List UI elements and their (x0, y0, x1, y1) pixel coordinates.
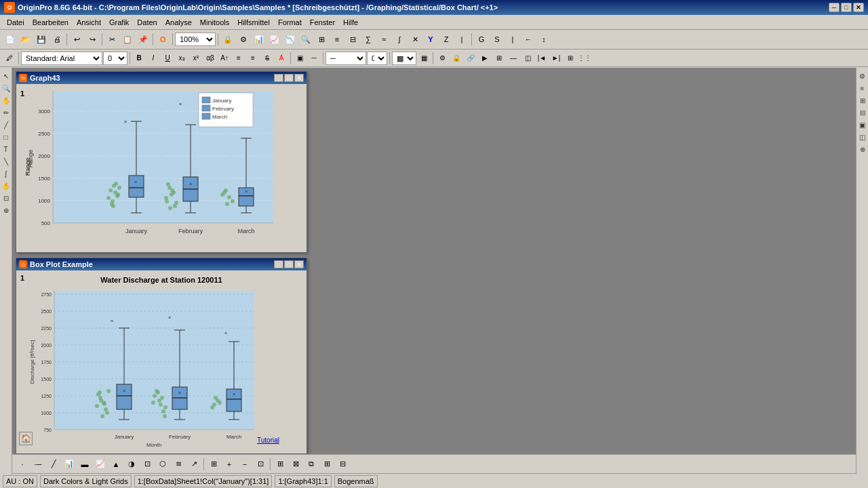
align-left[interactable]: ≡ (232, 52, 245, 65)
bt-zoom-in[interactable]: + (222, 457, 237, 472)
right-tool-6[interactable]: ◫ (857, 131, 868, 142)
font-size-dropdown[interactable]: 0 8 10 12 (103, 52, 127, 65)
subscript-button[interactable]: x₂ (175, 52, 189, 65)
tb-btn-z[interactable]: Z (439, 32, 454, 47)
next-btn[interactable]: ►| (549, 52, 563, 65)
tb-btn-8[interactable]: ≡ (330, 32, 344, 47)
bt-line-bar[interactable]: 📈 (93, 457, 108, 472)
bt-arrange[interactable]: ⊞ (273, 457, 288, 472)
tool-formula[interactable]: ∫ (1, 168, 12, 179)
underline-button[interactable]: U (161, 52, 174, 65)
tb-btn-9[interactable]: ⊟ (345, 32, 360, 47)
menu-hilfe[interactable]: Hilfe (339, 17, 362, 28)
tool-picker[interactable]: ✋ (1, 180, 12, 191)
fill-pattern-dropdown[interactable]: ▩ (392, 52, 416, 65)
tb-btn-13[interactable]: ✕ (408, 32, 422, 47)
tool-pan[interactable]: ✋ (1, 95, 12, 106)
font-size-up[interactable]: A↑ (218, 52, 231, 65)
bt-contour[interactable]: ≋ (171, 457, 186, 472)
bt-scatter[interactable]: ⊡ (140, 457, 155, 472)
graph43-minimize[interactable]: _ (274, 74, 283, 82)
tb-btn-15[interactable]: G (474, 32, 489, 47)
strikethrough[interactable]: S̶ (260, 52, 274, 65)
close-button[interactable]: ✕ (853, 3, 864, 12)
origin-button[interactable]: O (155, 32, 170, 47)
arrange-btn[interactable]: ⊞ (564, 52, 577, 65)
font-name-dropdown[interactable]: Standard: Arial (21, 52, 102, 65)
link-btn[interactable]: 🔗 (464, 52, 477, 65)
graph43-close[interactable]: ✕ (294, 74, 304, 82)
tb-btn-4[interactable]: 📈 (267, 32, 282, 47)
menu-datei[interactable]: Datei (3, 17, 28, 28)
bt-tile[interactable]: ⊠ (288, 457, 303, 472)
tool-annotate[interactable]: ╲ (1, 156, 12, 167)
save-button[interactable]: 💾 (34, 32, 49, 47)
minimize-button[interactable]: ─ (829, 3, 840, 12)
bt-extra1[interactable]: ⊟ (335, 457, 350, 472)
tb-btn-7[interactable]: ⊞ (314, 32, 329, 47)
tb-btn-6[interactable]: 🔍 (298, 32, 313, 47)
tool-shape[interactable]: □ (1, 131, 12, 142)
tb-btn-3[interactable]: 📊 (252, 32, 267, 47)
menu-bearbeiten[interactable]: Bearbeiten (28, 17, 73, 28)
superscript-button[interactable]: x² (189, 52, 203, 65)
tb-btn-17[interactable]: | (505, 32, 520, 47)
bt-btn-3[interactable]: ╱ (46, 457, 61, 472)
menu-fenster[interactable]: Fenster (306, 17, 339, 28)
tb-btn-5[interactable]: 📉 (283, 32, 298, 47)
right-tool-2[interactable]: ≡ (857, 83, 868, 94)
tb-btn-14[interactable]: | (454, 32, 469, 47)
bt-multi-bar[interactable]: ▬ (77, 457, 92, 472)
line-color[interactable]: ─ (307, 52, 321, 65)
boxplot-maximize[interactable]: □ (284, 260, 294, 268)
right-tool-5[interactable]: ▣ (857, 119, 868, 130)
zoom-dropdown[interactable]: 100% 75% 150% (175, 33, 216, 46)
bt-pie[interactable]: ◑ (124, 457, 139, 472)
redo-button[interactable]: ↪ (85, 32, 100, 47)
bt-zoom-out[interactable]: − (237, 457, 252, 472)
bt-btn-1[interactable]: · (15, 457, 30, 472)
align-center[interactable]: ≡ (246, 52, 260, 65)
right-tool-4[interactable]: ⊟ (857, 107, 868, 118)
layer-btn[interactable]: ◫ (521, 52, 534, 65)
bt-cascade[interactable]: ⧉ (304, 457, 319, 472)
print-button[interactable]: 🖨 (50, 32, 64, 47)
menu-grafik[interactable]: Grafik (105, 17, 133, 28)
boxplot-minimize[interactable]: _ (274, 260, 283, 268)
bt-fit[interactable]: ⊡ (253, 457, 268, 472)
more-btn[interactable]: ⋮⋮ (578, 52, 591, 65)
lock-btn[interactable]: 🔒 (450, 52, 463, 65)
bt-bar-chart[interactable]: 📊 (62, 457, 77, 472)
bt-btn-2[interactable]: ·─ (31, 457, 45, 472)
fmt-btn-icon[interactable]: 🖉 (3, 52, 16, 65)
bold-button[interactable]: B (132, 52, 146, 65)
open-button[interactable]: 📂 (18, 32, 33, 47)
collapse-btn[interactable]: — (507, 52, 520, 65)
line-width-dropdown[interactable]: 0 (367, 52, 387, 65)
tb-btn-y[interactable]: Y (423, 32, 438, 47)
new-button[interactable]: 📄 (3, 32, 18, 47)
fill-color[interactable]: ▣ (293, 52, 307, 65)
bt-3d[interactable]: ⬡ (155, 457, 170, 472)
right-tool-7[interactable]: ⊕ (857, 144, 868, 155)
tool-line[interactable]: ╱ (1, 119, 12, 130)
menu-daten[interactable]: Daten (133, 17, 161, 28)
bt-zoom-region[interactable]: ⊞ (206, 457, 221, 472)
tb-btn-19[interactable]: ↕ (536, 32, 551, 47)
undo-button[interactable]: ↩ (69, 32, 84, 47)
line-style-dropdown[interactable]: ─ (326, 52, 366, 65)
tool-data[interactable]: ⊕ (1, 205, 12, 216)
tool-text[interactable]: T (1, 144, 12, 155)
right-tool-3[interactable]: ⊞ (857, 95, 868, 106)
menu-format[interactable]: Format (274, 17, 306, 28)
prev-btn[interactable]: |◄ (535, 52, 549, 65)
bt-vector[interactable]: ↗ (186, 457, 201, 472)
menu-analyse[interactable]: Analyse (161, 17, 196, 28)
maximize-button[interactable]: □ (841, 3, 852, 12)
tool-pointer[interactable]: ↖ (1, 70, 12, 81)
tool-draw[interactable]: ✏ (1, 107, 12, 118)
tb-btn-2[interactable]: ⚙ (236, 32, 251, 47)
cut-button[interactable]: ✂ (104, 32, 119, 47)
bt-grid[interactable]: ⊞ (319, 457, 334, 472)
boxplot-close[interactable]: ✕ (294, 260, 304, 268)
